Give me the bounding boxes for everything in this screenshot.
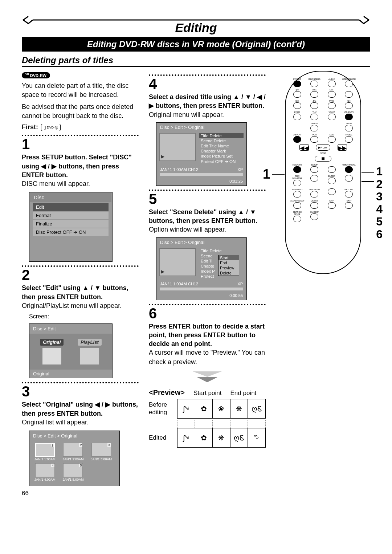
dvd-rw-badge: VR DVD-RW [22, 72, 50, 78]
num-7-button[interactable] [293, 114, 301, 120]
menu-item: Edit Title Name [199, 143, 244, 148]
osd-breadcrumb: Disc > Edit > Original [29, 431, 119, 441]
step1-result: DISC menu will appear. [22, 179, 139, 188]
num-4-button[interactable] [293, 102, 301, 109]
tab-original: Original [40, 339, 64, 346]
num-1-button[interactable] [293, 91, 301, 98]
step5-instruction: Select "Scene Delete" using ▲ / ▼ button… [149, 208, 266, 225]
frame-icon: ✿ [195, 399, 213, 418]
dashed-connector [149, 420, 266, 428]
num-9-button[interactable] [328, 114, 336, 120]
menu-item: Title Delete [199, 133, 244, 138]
callout-num-left: 1 [263, 167, 270, 182]
dpad-left-button[interactable] [310, 175, 318, 182]
top-menu-button[interactable] [310, 191, 318, 197]
intro-p2: Be advised that the parts once deleted c… [22, 102, 139, 121]
dpad-up-button[interactable] [328, 166, 336, 173]
ch-down-button[interactable] [345, 102, 353, 109]
step6-result: A cursor will move to "Preview." You can… [149, 348, 266, 366]
stop-button[interactable]: ■ [315, 156, 331, 162]
rew-button[interactable]: ◀◀ [299, 144, 309, 151]
sub-banner: Editing DVD-RW discs in VR mode (Origina… [22, 37, 370, 52]
osd-timer: 0:01:25 [156, 179, 246, 186]
osd-title-menu: Disc > Edit > Original ▶ Title Delete Sc… [156, 122, 247, 186]
pause-button[interactable] [345, 136, 353, 143]
rec-monitor-button[interactable] [293, 180, 301, 186]
osd-disc-title: Disc [30, 193, 111, 202]
osd-footer-info: JAN/ 1 1:00AM CH12 [160, 282, 198, 286]
audio-button[interactable] [328, 81, 336, 87]
step-number-2: 2 [22, 268, 139, 282]
frame-icon: ఌ [248, 428, 265, 447]
open-close-button[interactable] [345, 81, 353, 87]
play-button[interactable]: ▶ PLAY [316, 144, 330, 151]
intro-p1: You can delete part of a title, the disc… [22, 81, 139, 99]
step4-instruction: Select a desired title using ▲ / ▼ / ◀ /… [149, 93, 266, 110]
frame-icon: ʃ༄ [177, 399, 195, 418]
menu-list-button[interactable] [293, 191, 301, 197]
num-0-button[interactable] [310, 125, 318, 131]
frame-icon: ღᏋ [230, 428, 248, 447]
preview-before-row: Before editing ʃ༄ ✿ ❀ ❋ ღᏋ [149, 399, 266, 419]
num-8-button[interactable] [310, 114, 318, 120]
tab-playlist: PlayList [78, 339, 102, 346]
power-button[interactable] [293, 81, 301, 87]
osd-original-list: Disc > Edit > Original 1JAN/1 1:00AM 2JA… [29, 431, 120, 486]
ch-up-button[interactable] [345, 91, 353, 98]
section-heading: Deleting parts of titles [22, 55, 370, 67]
title-thumb: 5JAN/1 5:00AM [61, 463, 86, 483]
callout-line [272, 174, 285, 175]
num-6-button[interactable] [328, 102, 336, 109]
search-mode-button[interactable] [293, 216, 301, 222]
menu-item: Index Picture Set [199, 154, 244, 159]
num-3-button[interactable] [328, 91, 336, 98]
clear-reset-button[interactable] [293, 202, 301, 209]
step6-instruction: Press ENTER button to decide a start poi… [149, 322, 266, 349]
osd-timer: 0:00:55 [156, 293, 246, 300]
video-tv-button[interactable] [345, 114, 353, 120]
svg-marker-1 [193, 371, 222, 377]
title-thumb: 4JAN/1 4:00AM [32, 463, 58, 483]
num-2-button[interactable] [310, 91, 318, 98]
dpad-down-button[interactable] [328, 188, 336, 195]
dvd-button[interactable] [328, 136, 336, 143]
rec-otr-button[interactable] [293, 166, 301, 173]
slow-button[interactable] [345, 125, 353, 131]
setup-button[interactable] [310, 166, 318, 173]
zoom-button[interactable] [310, 202, 318, 209]
skip-prev-button[interactable] [328, 202, 336, 209]
first-label: First: [22, 123, 38, 131]
osd-disc-item: Edit [33, 203, 109, 211]
skip-next-button[interactable] [345, 202, 353, 209]
return-button[interactable] [345, 191, 353, 197]
dpad-right-button[interactable] [345, 175, 353, 182]
num-5-button[interactable] [310, 102, 318, 109]
start-point-label: Start point [193, 390, 222, 397]
frame-icon: ❋ [213, 428, 230, 447]
display-button[interactable] [293, 136, 301, 143]
progress-bar [160, 288, 243, 290]
ffwd-button[interactable]: ▶▶ [338, 144, 347, 151]
bg-menu-item: Title Delete [199, 248, 244, 253]
screen-label: Screen: [29, 313, 139, 320]
cm-skip-button[interactable] [310, 213, 318, 220]
step-number-6: 6 [149, 306, 266, 321]
title-thumb: 1JAN/1 1:00AM [32, 442, 58, 463]
play-icon: ▶ [161, 269, 164, 274]
step1-instruction: Press SETUP button. Select "DISC" using … [22, 153, 139, 179]
preview-pane: ▶ [159, 248, 196, 276]
callout-line [362, 181, 374, 182]
divider [22, 382, 139, 383]
osd-mode: XP [237, 167, 243, 172]
menu-item: Protect OFF ➜ ON [199, 159, 244, 164]
vcr-button[interactable] [310, 136, 318, 143]
end-point-label: End point [230, 390, 256, 397]
thumbnail-icon [42, 348, 61, 364]
timer-prog-button[interactable] [345, 166, 353, 173]
callout-nums-right: 1 2 3 4 5 6 [376, 165, 383, 240]
step4-result: Original menu will appear. [149, 110, 266, 119]
column-right: 1 1 2 3 4 5 6 POWER REC SPEED AUDIO OPEN… [276, 71, 370, 497]
rec-speed-button[interactable] [310, 81, 318, 87]
enter-button[interactable] [328, 178, 336, 184]
step-number-4: 4 [149, 77, 266, 91]
